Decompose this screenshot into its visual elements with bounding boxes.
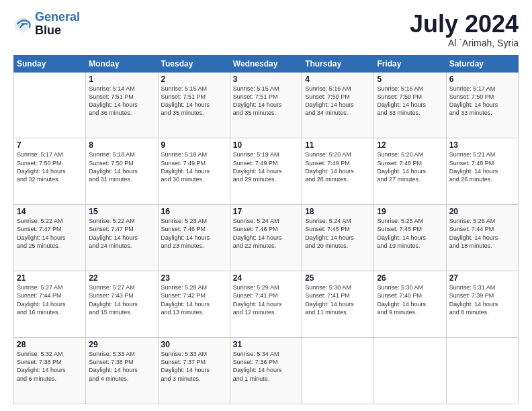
cell-content: Sunrise: 5:25 AM Sunset: 7:45 PM Dayligh… (377, 217, 443, 250)
cell-content: Sunrise: 5:30 AM Sunset: 7:41 PM Dayligh… (305, 283, 371, 316)
day-cell: 13Sunrise: 5:21 AM Sunset: 7:48 PM Dayli… (446, 138, 518, 205)
day-number: 2 (161, 75, 227, 84)
calendar-header: SundayMondayTuesdayWednesdayThursdayFrid… (14, 55, 519, 72)
day-cell: 9Sunrise: 5:18 AM Sunset: 7:49 PM Daylig… (158, 138, 230, 205)
cell-content: Sunrise: 5:24 AM Sunset: 7:46 PM Dayligh… (233, 217, 299, 250)
col-header-wednesday: Wednesday (230, 55, 302, 72)
day-cell (302, 338, 374, 404)
day-cell: 3Sunrise: 5:15 AM Sunset: 7:51 PM Daylig… (230, 72, 302, 138)
day-number: 31 (233, 340, 299, 349)
day-cell: 14Sunrise: 5:22 AM Sunset: 7:47 PM Dayli… (14, 205, 86, 271)
col-header-tuesday: Tuesday (158, 55, 230, 72)
cell-content: Sunrise: 5:19 AM Sunset: 7:49 PM Dayligh… (233, 150, 299, 183)
day-cell: 28Sunrise: 5:32 AM Sunset: 7:38 PM Dayli… (14, 338, 86, 404)
day-number: 17 (233, 207, 299, 216)
cell-content: Sunrise: 5:18 AM Sunset: 7:49 PM Dayligh… (161, 150, 227, 183)
page: General Blue July 2024 Al `Arimah, Syria… (0, 0, 532, 411)
day-cell: 25Sunrise: 5:30 AM Sunset: 7:41 PM Dayli… (302, 271, 374, 338)
day-number: 25 (305, 273, 371, 283)
day-number: 29 (89, 340, 154, 349)
week-row-2: 7Sunrise: 5:17 AM Sunset: 7:50 PM Daylig… (14, 138, 519, 205)
day-cell: 10Sunrise: 5:19 AM Sunset: 7:49 PM Dayli… (230, 138, 302, 205)
week-row-5: 28Sunrise: 5:32 AM Sunset: 7:38 PM Dayli… (14, 338, 519, 404)
day-cell: 19Sunrise: 5:25 AM Sunset: 7:45 PM Dayli… (374, 205, 446, 271)
day-number: 6 (449, 75, 515, 84)
day-cell: 8Sunrise: 5:18 AM Sunset: 7:50 PM Daylig… (86, 138, 158, 205)
calendar-table: SundayMondayTuesdayWednesdayThursdayFrid… (13, 55, 519, 404)
day-number: 30 (161, 340, 227, 349)
day-number: 3 (233, 75, 299, 84)
cell-content: Sunrise: 5:30 AM Sunset: 7:40 PM Dayligh… (377, 283, 443, 316)
cell-content: Sunrise: 5:33 AM Sunset: 7:38 PM Dayligh… (89, 350, 154, 383)
col-header-saturday: Saturday (446, 55, 518, 72)
day-cell: 27Sunrise: 5:31 AM Sunset: 7:39 PM Dayli… (446, 271, 518, 338)
logo-line1: General (35, 10, 80, 24)
cell-content: Sunrise: 5:20 AM Sunset: 7:49 PM Dayligh… (305, 150, 371, 183)
day-cell: 2Sunrise: 5:15 AM Sunset: 7:51 PM Daylig… (158, 72, 230, 138)
cell-content: Sunrise: 5:28 AM Sunset: 7:42 PM Dayligh… (161, 283, 227, 316)
day-cell: 21Sunrise: 5:27 AM Sunset: 7:44 PM Dayli… (14, 271, 86, 338)
day-number: 21 (17, 273, 83, 283)
day-cell: 22Sunrise: 5:27 AM Sunset: 7:43 PM Dayli… (86, 271, 158, 338)
cell-content: Sunrise: 5:21 AM Sunset: 7:48 PM Dayligh… (449, 150, 515, 183)
month-title: July 2024 (410, 11, 519, 38)
day-cell: 30Sunrise: 5:33 AM Sunset: 7:37 PM Dayli… (158, 338, 230, 404)
day-cell: 6Sunrise: 5:17 AM Sunset: 7:50 PM Daylig… (446, 72, 518, 138)
location: Al `Arimah, Syria (410, 38, 519, 48)
col-header-friday: Friday (374, 55, 446, 72)
day-cell: 12Sunrise: 5:20 AM Sunset: 7:48 PM Dayli… (374, 138, 446, 205)
day-cell: 11Sunrise: 5:20 AM Sunset: 7:49 PM Dayli… (302, 138, 374, 205)
day-number: 19 (377, 207, 443, 216)
col-header-monday: Monday (86, 55, 158, 72)
day-cell: 20Sunrise: 5:26 AM Sunset: 7:44 PM Dayli… (446, 205, 518, 271)
day-number: 14 (17, 207, 83, 216)
cell-content: Sunrise: 5:18 AM Sunset: 7:50 PM Dayligh… (89, 150, 154, 183)
col-header-sunday: Sunday (14, 55, 86, 72)
day-number: 15 (89, 207, 154, 216)
svg-point-1 (21, 23, 24, 26)
day-cell: 24Sunrise: 5:29 AM Sunset: 7:41 PM Dayli… (230, 271, 302, 338)
day-cell: 18Sunrise: 5:24 AM Sunset: 7:45 PM Dayli… (302, 205, 374, 271)
day-number: 10 (233, 140, 299, 150)
day-number: 12 (377, 140, 443, 150)
cell-content: Sunrise: 5:23 AM Sunset: 7:46 PM Dayligh… (161, 217, 227, 250)
logo-line2: Blue (35, 24, 80, 38)
cell-content: Sunrise: 5:15 AM Sunset: 7:51 PM Dayligh… (233, 85, 299, 118)
day-number: 5 (377, 75, 443, 84)
cell-content: Sunrise: 5:16 AM Sunset: 7:50 PM Dayligh… (377, 85, 443, 118)
day-cell (374, 338, 446, 404)
cell-content: Sunrise: 5:29 AM Sunset: 7:41 PM Dayligh… (233, 283, 299, 316)
day-cell: 23Sunrise: 5:28 AM Sunset: 7:42 PM Dayli… (158, 271, 230, 338)
week-row-1: 1Sunrise: 5:14 AM Sunset: 7:51 PM Daylig… (14, 72, 519, 138)
cell-content: Sunrise: 5:24 AM Sunset: 7:45 PM Dayligh… (305, 217, 371, 250)
day-number: 9 (161, 140, 227, 150)
cell-content: Sunrise: 5:17 AM Sunset: 7:50 PM Dayligh… (449, 85, 515, 118)
header-row: SundayMondayTuesdayWednesdayThursdayFrid… (14, 55, 519, 72)
title-area: July 2024 Al `Arimah, Syria (410, 11, 519, 48)
day-number: 18 (305, 207, 371, 216)
day-cell: 5Sunrise: 5:16 AM Sunset: 7:50 PM Daylig… (374, 72, 446, 138)
day-cell: 15Sunrise: 5:22 AM Sunset: 7:47 PM Dayli… (86, 205, 158, 271)
day-cell: 16Sunrise: 5:23 AM Sunset: 7:46 PM Dayli… (158, 205, 230, 271)
day-cell (14, 72, 86, 138)
col-header-thursday: Thursday (302, 55, 374, 72)
cell-content: Sunrise: 5:20 AM Sunset: 7:48 PM Dayligh… (377, 150, 443, 183)
day-cell: 1Sunrise: 5:14 AM Sunset: 7:51 PM Daylig… (86, 72, 158, 138)
day-number: 23 (161, 273, 227, 283)
day-number: 8 (89, 140, 154, 150)
day-number: 26 (377, 273, 443, 283)
day-number: 16 (161, 207, 227, 216)
day-number: 28 (17, 340, 83, 349)
day-cell: 26Sunrise: 5:30 AM Sunset: 7:40 PM Dayli… (374, 271, 446, 338)
week-row-4: 21Sunrise: 5:27 AM Sunset: 7:44 PM Dayli… (14, 271, 519, 338)
cell-content: Sunrise: 5:22 AM Sunset: 7:47 PM Dayligh… (17, 217, 83, 250)
logo: General Blue (13, 11, 80, 38)
day-number: 4 (305, 75, 371, 84)
header: General Blue July 2024 Al `Arimah, Syria (13, 11, 519, 48)
day-cell: 29Sunrise: 5:33 AM Sunset: 7:38 PM Dayli… (86, 338, 158, 404)
cell-content: Sunrise: 5:15 AM Sunset: 7:51 PM Dayligh… (161, 85, 227, 118)
cell-content: Sunrise: 5:22 AM Sunset: 7:47 PM Dayligh… (89, 217, 154, 250)
day-number: 13 (449, 140, 515, 150)
cell-content: Sunrise: 5:34 AM Sunset: 7:36 PM Dayligh… (233, 350, 299, 383)
day-number: 1 (89, 75, 154, 84)
